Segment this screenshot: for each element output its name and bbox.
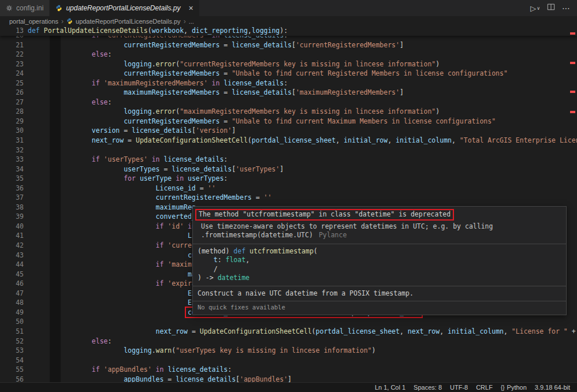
tab-label: updateReportPortalLicenseDetails.py (66, 4, 180, 12)
code-token: utcfromtimestamp (250, 247, 314, 255)
code-line-33[interactable]: 33 if 'userTypes' in license_details: (0, 155, 577, 165)
more-actions-button[interactable]: ⋯ (562, 3, 570, 13)
line-number: 27 (0, 98, 24, 107)
code-line-30[interactable]: 30 version = license_details['version'] (0, 126, 577, 136)
code-token: [ (292, 88, 296, 96)
code-line-27[interactable]: 27 else: (0, 98, 577, 107)
split-editor-button[interactable] (547, 3, 555, 13)
code-token: ] (232, 126, 236, 135)
status-item-language-mode[interactable]: {}Python (501, 384, 527, 391)
code-text: currentRegisteredMembers = "Unbale to fi… (28, 69, 508, 79)
code-text: next_row = UpdateConfigurationSheetCell(… (28, 327, 577, 337)
breadcrumb-symbol[interactable]: ... (189, 18, 194, 25)
code-token: , (504, 327, 512, 335)
line-number: 33 (0, 155, 24, 165)
run-button[interactable]: ▷ ∨ (530, 4, 540, 13)
status-item-cursor-position[interactable]: Ln 1, Col 1 (375, 384, 405, 391)
tab-config-ini[interactable]: config.ini (0, 0, 50, 16)
code-line-36[interactable]: 36 License_id = '' (0, 184, 577, 193)
code-token (148, 155, 152, 163)
code-token: appBundles (124, 375, 163, 382)
sticky-scroll-line[interactable]: 13 def PortalUpdateLicenseDetails(workbo… (0, 26, 577, 36)
code-token: . (152, 346, 156, 354)
code-line-51[interactable]: 51 next_row = UpdateConfigurationSheetCe… (0, 327, 577, 337)
tab-update-report-portal-license-details[interactable]: updateReportPortalLicenseDetails.py × (50, 0, 199, 16)
code-line-37[interactable]: 37 currentRegisteredMembers = '' (0, 193, 577, 203)
code-token: logging (124, 346, 151, 354)
line-number: 41 (0, 231, 24, 241)
code-token: next_row (156, 327, 188, 335)
line-number: 49 (0, 308, 24, 318)
error-mark (570, 32, 575, 35)
code-line-34[interactable]: 34 userTypes = license_details['userType… (0, 165, 577, 174)
code-line-21[interactable]: 21 currentRegisteredMembers = license_de… (0, 40, 577, 50)
code-line-28[interactable]: 28 logging.error("maximumRegisteredMembe… (0, 107, 577, 117)
vscode-window: config.ini updateReportPortalLicenseDeta… (0, 0, 577, 392)
overview-ruler[interactable] (569, 26, 577, 382)
code-line-29[interactable]: 29 currentRegisteredMembers = "Unbale to… (0, 117, 577, 126)
code-token: (method) (198, 247, 233, 255)
status-label: UTF-8 (450, 384, 468, 391)
line-number: 38 (0, 203, 24, 212)
code-line-32[interactable]: 32 (0, 145, 577, 155)
tab-label: config.ini (16, 4, 43, 12)
code-token: , (452, 136, 460, 144)
line-number: 53 (0, 346, 24, 356)
code-text: else: (28, 337, 111, 346)
code-line-55[interactable]: 55 if 'appBundles' in license_details: (0, 365, 577, 375)
signature-line: / (198, 265, 561, 274)
code-line-53[interactable]: 53 logging.warn("userTypes key is missin… (0, 346, 577, 356)
line-number: 51 (0, 327, 24, 337)
code-token: currentRegisteredMembers (156, 193, 252, 201)
code-token: workbook (152, 27, 184, 35)
line-number: 56 (0, 375, 24, 382)
line-number: 43 (0, 251, 24, 260)
code-text: else: (28, 50, 111, 59)
code-token: '' (208, 184, 216, 192)
code-line-54[interactable]: 54 (0, 356, 577, 365)
code-line-23[interactable]: 23 logging.error("currentRegisteredMembe… (0, 59, 577, 69)
code-token (184, 174, 188, 182)
code-token: 'appBundles' (240, 375, 288, 382)
hover-provider: Pylance (319, 231, 347, 239)
code-token: , (440, 327, 448, 335)
code-token: '' (264, 193, 272, 201)
close-icon[interactable]: × (189, 4, 193, 12)
status-item-eol[interactable]: CRLF (476, 384, 493, 391)
code-token (152, 365, 156, 374)
code-token: = (163, 375, 176, 382)
code-line-52[interactable]: 52 else: (0, 337, 577, 346)
line-number: 23 (0, 59, 24, 69)
gear-icon (6, 5, 13, 12)
status-item-python-interpreter[interactable]: 3.9.18 64-bit (535, 384, 570, 391)
code-editor[interactable]: 20 if 'currentRegisteredMembers' in lice… (0, 26, 577, 382)
code-token: : (107, 98, 111, 106)
code-token: if (92, 79, 100, 87)
line-number: 39 (0, 212, 24, 222)
code-token: if (156, 279, 164, 288)
status-item-encoding[interactable]: UTF-8 (450, 384, 468, 391)
error-mark (570, 91, 575, 93)
code-token: UpdateConfigurationSheetCell (200, 327, 312, 335)
code-token: "Unbale to find current Registered Membe… (232, 69, 508, 77)
code-line-56[interactable]: 56 appBundles = license_details['appBund… (0, 375, 577, 382)
code-line-22[interactable]: 22 else: (0, 50, 577, 59)
code-token: "maximumRegisteredMembers key is missing… (180, 107, 435, 115)
status-item-indentation[interactable]: Spaces: 8 (414, 384, 442, 391)
code-line-24[interactable]: 24 currentRegisteredMembers = "Unbale to… (0, 69, 577, 79)
code-token: / (198, 265, 218, 273)
code-text: Li (28, 231, 196, 241)
breadcrumb-folder[interactable]: portal_operations (9, 18, 58, 25)
split-editor-icon (547, 3, 555, 13)
code-line-50[interactable]: 50 (0, 317, 577, 327)
code-line-31[interactable]: 31 next_row = UpdateConfigurationSheetCe… (0, 136, 577, 145)
code-token: dict_reporting (192, 27, 248, 35)
code-line-26[interactable]: 26 maximumRegisteredMembers = license_de… (0, 88, 577, 98)
code-token: 'maximu (167, 260, 195, 268)
code-line-25[interactable]: 25 if 'maximumRegisteredMembers' in lice… (0, 79, 577, 88)
code-token: userTypes (124, 165, 159, 173)
code-token: ( (312, 327, 316, 335)
breadcrumb-file[interactable]: updateReportPortalLicenseDetails.py (76, 18, 181, 25)
code-line-35[interactable]: 35 for userType in userTypes: (0, 174, 577, 184)
code-token: UpdateConfigurationSheetCell (136, 136, 248, 144)
